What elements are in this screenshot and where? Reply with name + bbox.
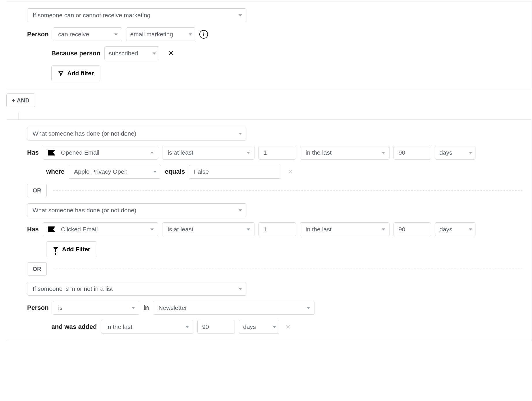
condition-type-select[interactable]: What someone has done (or not done) [27, 203, 246, 217]
metric-select[interactable]: Opened Email [43, 146, 158, 160]
dashed-line [53, 190, 522, 191]
info-icon[interactable]: i [199, 30, 208, 39]
operator-select[interactable]: is at least [162, 222, 254, 236]
flag-icon [48, 226, 55, 232]
person-label: Person [27, 304, 49, 312]
chevron-down-icon [247, 228, 250, 231]
chevron-down-icon [239, 14, 242, 16]
equals-label: equals [165, 168, 185, 175]
count-input[interactable]: 1 [258, 222, 296, 236]
condition-type-select[interactable]: If someone can or cannot receive marketi… [27, 8, 246, 22]
chevron-down-icon [114, 33, 118, 35]
timeframe-unit-select[interactable]: days [239, 320, 279, 334]
close-icon: × [286, 323, 291, 331]
add-filter-button[interactable]: Add Filter [46, 241, 97, 257]
add-filter-button[interactable]: Add filter [51, 65, 100, 81]
chevron-down-icon [153, 53, 156, 55]
chevron-down-icon [239, 288, 242, 290]
in-label: in [143, 304, 149, 312]
remove-where-button[interactable]: × [285, 167, 295, 177]
channel-select[interactable]: email marketing [126, 27, 195, 41]
chevron-down-icon [469, 152, 472, 154]
and-connector[interactable]: + AND [6, 93, 35, 107]
where-label: where [46, 168, 65, 175]
where-value-input[interactable]: False [189, 165, 281, 179]
close-icon: ✕ [168, 49, 174, 57]
or-connector[interactable]: OR [27, 262, 47, 276]
close-icon: × [288, 168, 293, 176]
dashed-line [53, 269, 522, 269]
chevron-down-icon [469, 228, 472, 231]
chevron-down-icon [150, 228, 154, 231]
or-separator: OR [27, 262, 522, 276]
remove-reason-button[interactable]: ✕ [166, 48, 176, 58]
timeframe-value-input[interactable]: 90 [394, 222, 431, 236]
where-field-select[interactable]: Apple Privacy Open [69, 165, 161, 179]
chevron-down-icon [150, 152, 154, 154]
flag-icon [48, 150, 55, 155]
and-was-added-label: and was added [51, 323, 97, 331]
chevron-down-icon [382, 152, 385, 154]
list-select[interactable]: Newsletter [153, 301, 314, 315]
timeframe-op-select[interactable]: in the last [101, 320, 193, 334]
reason-select[interactable]: subscribed [104, 46, 159, 60]
timeframe-unit-select[interactable]: days [435, 146, 475, 160]
condition-group-2: What someone has done (or not done) Has … [6, 119, 532, 341]
chevron-down-icon [307, 307, 310, 309]
is-select[interactable]: is [53, 301, 139, 315]
condition-type-select[interactable]: What someone has done (or not done) [27, 127, 246, 140]
condition-type-select[interactable]: If someone is in or not in a list [27, 282, 246, 296]
condition-type-label: If someone can or cannot receive marketi… [33, 12, 151, 19]
has-label: Has [27, 226, 39, 233]
chevron-down-icon [132, 307, 135, 309]
operator-select[interactable]: is at least [162, 146, 254, 160]
chevron-down-icon [189, 33, 192, 35]
remove-timeframe-button[interactable]: × [283, 322, 293, 332]
chevron-down-icon [273, 326, 276, 328]
person-label: Person [27, 31, 49, 38]
or-connector[interactable]: OR [27, 184, 47, 197]
chevron-down-icon [382, 228, 385, 231]
can-receive-select[interactable]: can receive [53, 27, 122, 41]
condition-group-1: If someone can or cannot receive marketi… [6, 1, 532, 88]
timeframe-op-select[interactable]: in the last [300, 146, 389, 160]
chevron-down-icon [186, 326, 189, 328]
has-label: Has [27, 149, 39, 156]
connector-line [18, 113, 19, 119]
timeframe-value-input[interactable]: 90 [394, 146, 431, 160]
timeframe-op-select[interactable]: in the last [300, 222, 389, 236]
because-person-label: Because person [51, 50, 100, 57]
timeframe-value-input[interactable]: 90 [197, 320, 235, 334]
metric-select[interactable]: Clicked Email [43, 222, 158, 236]
chevron-down-icon [239, 209, 242, 211]
chevron-down-icon [247, 152, 250, 154]
filter-icon [53, 247, 59, 252]
or-separator: OR [27, 184, 522, 197]
chevron-down-icon [153, 171, 157, 173]
filter-icon [58, 70, 64, 76]
chevron-down-icon [239, 133, 242, 135]
count-input[interactable]: 1 [258, 146, 296, 160]
timeframe-unit-select[interactable]: days [435, 222, 475, 236]
